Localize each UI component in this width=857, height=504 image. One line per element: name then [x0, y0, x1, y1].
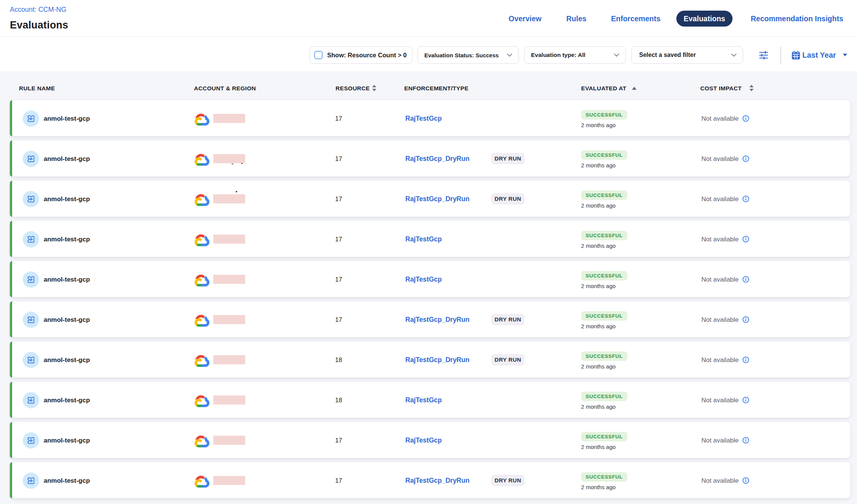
chevron-down-icon	[731, 54, 737, 57]
resource-count: 17	[335, 261, 342, 297]
info-icon[interactable]	[742, 316, 749, 323]
evaluated-time: 2 months ago	[581, 202, 616, 209]
redacted-region-text	[213, 315, 245, 324]
code-rule-icon	[26, 315, 36, 324]
resource-count: 17	[335, 462, 342, 498]
row-status-accent-bar	[10, 181, 12, 217]
status-badge: SUCCESSFUL	[581, 472, 627, 482]
resource-count-checkbox[interactable]	[314, 51, 323, 59]
cost-impact-value: Not available	[701, 342, 739, 378]
info-icon[interactable]	[742, 356, 749, 363]
table-row[interactable]: anmol-test-gcp 17 RajTestGcp SUCCESSFUL …	[10, 100, 850, 136]
evaluated-time: 2 months ago	[581, 444, 616, 450]
row-status-accent-bar	[10, 261, 12, 297]
status-badge: SUCCESSFUL	[581, 150, 627, 160]
evaluation-status-dropdown[interactable]: Evaluation Status: Success	[417, 46, 519, 64]
col-header-cost-impact[interactable]: COST IMPACT	[700, 85, 742, 92]
col-header-account-region[interactable]: ACCOUNT & REGION	[194, 85, 256, 92]
info-icon[interactable]	[742, 477, 749, 484]
enforcement-link[interactable]: RajTestGcp_DryRun	[405, 301, 469, 337]
sort-ascending-icon[interactable]	[632, 87, 637, 90]
chevron-down-icon	[507, 54, 512, 57]
dry-run-badge: DRY RUN	[491, 475, 525, 486]
gcp-logo	[194, 394, 210, 407]
row-status-accent-bar	[10, 342, 12, 378]
show-resource-count-filter[interactable]: Show: Resource Count > 0	[310, 46, 413, 64]
status-badge: SUCCESSFUL	[581, 351, 627, 361]
saved-filter-dropdown[interactable]: Select a saved filter	[631, 46, 743, 64]
code-rule-icon	[26, 395, 36, 405]
col-header-rule-name[interactable]: RULE NAME	[19, 85, 55, 92]
col-header-enforcement-type[interactable]: ENFORCEMENT/TYPE	[404, 85, 468, 92]
table-row[interactable]: anmol-test-gcp 18 RajTestGcp_DryRun DRY …	[10, 342, 850, 378]
sort-icon[interactable]	[748, 84, 755, 92]
table-row[interactable]: anmol-test-gcp 17 RajTestGcp_DryRun DRY …	[10, 462, 850, 498]
evaluated-time: 2 months ago	[581, 403, 616, 410]
redaction-artifact	[236, 191, 237, 192]
code-rule-icon	[26, 355, 36, 365]
table-row[interactable]: anmol-test-gcp 17 RajTestGcp_DryRun DRY …	[10, 301, 850, 337]
account-breadcrumb-link[interactable]: Account: CCM-NG	[10, 6, 66, 14]
rule-name: anmol-test-gcp	[44, 342, 90, 378]
page-title: Evaluations	[10, 19, 68, 31]
cost-impact-value: Not available	[701, 382, 739, 418]
col-header-evaluated-at[interactable]: EVALUATED AT	[581, 85, 626, 92]
gcp-logo	[194, 313, 210, 327]
info-icon[interactable]	[742, 276, 749, 283]
rule-avatar	[23, 271, 39, 288]
enforcement-link[interactable]: RajTestGcp	[405, 422, 442, 458]
enforcement-link[interactable]: RajTestGcp_DryRun	[405, 181, 469, 217]
gcp-logo	[194, 112, 210, 126]
enforcement-link[interactable]: RajTestGcp_DryRun	[405, 140, 469, 176]
toolbar-divider	[780, 46, 781, 65]
date-range-picker[interactable]: Last Year	[791, 49, 848, 61]
enforcement-link[interactable]: RajTestGcp_DryRun	[405, 462, 469, 498]
table-row[interactable]: anmol-test-gcp 17 RajTestGcp_DryRun DRY …	[10, 140, 850, 176]
info-icon[interactable]	[742, 195, 749, 202]
info-icon[interactable]	[742, 236, 749, 243]
tab-overview[interactable]: Overview	[509, 11, 542, 27]
chevron-down-icon	[614, 54, 619, 57]
rule-avatar	[23, 110, 39, 127]
rule-avatar	[23, 352, 39, 368]
gcp-logo	[194, 434, 210, 447]
table-row[interactable]: anmol-test-gcp 18 RajTestGcp SUCCESSFUL …	[10, 382, 850, 418]
cost-impact-value: Not available	[701, 261, 739, 297]
enforcement-link[interactable]: RajTestGcp	[405, 261, 442, 297]
table-row[interactable]: anmol-test-gcp 17 RajTestGcp_DryRun DRY …	[10, 181, 850, 217]
sort-icon[interactable]	[371, 84, 377, 92]
redacted-region-text	[213, 275, 245, 284]
redacted-region-text	[213, 436, 245, 445]
rule-name: anmol-test-gcp	[44, 462, 90, 498]
info-icon[interactable]	[742, 155, 749, 162]
filter-settings-icon[interactable]	[759, 51, 769, 60]
enforcement-link[interactable]: RajTestGcp	[405, 100, 442, 136]
redacted-region-text	[213, 114, 245, 123]
redaction-artifact	[232, 164, 233, 164]
info-icon[interactable]	[742, 397, 749, 403]
tab-recommendation-insights[interactable]: Recommendation Insights	[751, 11, 843, 27]
rule-avatar	[23, 231, 39, 247]
info-icon[interactable]	[742, 437, 749, 444]
gcp-logo	[194, 474, 210, 488]
tab-evaluations-active[interactable]: Evaluations	[676, 11, 733, 27]
tab-rules[interactable]: Rules	[566, 11, 586, 27]
status-badge: SUCCESSFUL	[581, 110, 627, 120]
evaluation-type-dropdown[interactable]: Evaluation type: All	[524, 46, 626, 64]
status-badge: SUCCESSFUL	[581, 432, 627, 441]
tab-enforcements[interactable]: Enforcements	[611, 11, 660, 27]
table-row[interactable]: anmol-test-gcp 17 RajTestGcp SUCCESSFUL …	[10, 422, 850, 458]
enforcement-link[interactable]: RajTestGcp	[405, 382, 442, 418]
evaluated-time: 2 months ago	[581, 283, 616, 289]
cost-impact-value: Not available	[701, 462, 739, 498]
enforcement-link[interactable]: RajTestGcp_DryRun	[405, 342, 469, 378]
row-status-accent-bar	[10, 422, 12, 458]
enforcement-link[interactable]: RajTestGcp	[405, 221, 442, 257]
table-row[interactable]: anmol-test-gcp 17 RajTestGcp SUCCESSFUL …	[10, 261, 850, 297]
table-row[interactable]: anmol-test-gcp 17 RajTestGcp SUCCESSFUL …	[10, 221, 850, 257]
col-header-resource[interactable]: RESOURCE	[336, 85, 370, 92]
info-icon[interactable]	[742, 115, 749, 122]
evaluated-time: 2 months ago	[581, 484, 616, 490]
evaluated-time: 2 months ago	[581, 162, 616, 169]
resource-count: 18	[335, 342, 342, 378]
